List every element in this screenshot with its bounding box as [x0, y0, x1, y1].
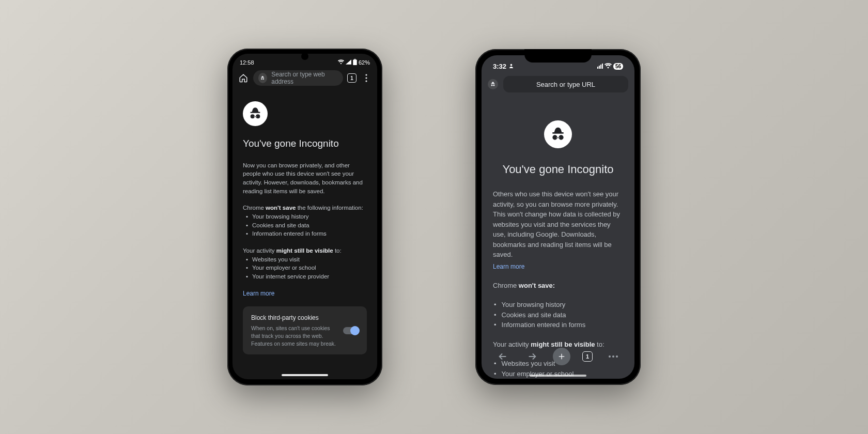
omnibox[interactable]: Search or type web address	[253, 70, 343, 86]
list-item: Information entered in forms	[245, 229, 367, 238]
status-right: 62%	[338, 59, 370, 66]
android-toolbar: Search or type web address 1	[233, 68, 377, 90]
tab-count: 1	[586, 353, 589, 360]
overflow-menu-button[interactable]	[361, 72, 372, 84]
home-indicator[interactable]	[530, 375, 586, 377]
omnibox-placeholder: Search or type web address	[271, 71, 338, 85]
forward-button[interactable]	[523, 348, 541, 365]
notch	[524, 49, 592, 63]
cookie-toggle[interactable]	[343, 327, 359, 334]
svg-point-4	[365, 80, 367, 82]
wont-save-section: Chrome won't save the following informat…	[243, 204, 367, 238]
list-item: Information entered in forms	[493, 320, 623, 330]
list-item: Your browsing history	[493, 300, 623, 310]
tab-count: 1	[350, 75, 353, 81]
ios-bottombar: 1	[482, 344, 634, 373]
battery-pill: 56	[613, 63, 623, 70]
status-time: 12:58	[240, 59, 254, 66]
status-time: 3:32	[493, 63, 506, 70]
list-item: Your browsing history	[245, 212, 367, 221]
list-item: Cookies and site data	[493, 310, 623, 320]
learn-more-link[interactable]: Learn more	[243, 290, 274, 297]
overflow-menu-button[interactable]	[605, 348, 622, 365]
svg-point-5	[510, 64, 513, 66]
profile-icon	[508, 63, 514, 70]
list-item: Websites you visit	[245, 255, 367, 264]
ios-content: You've gone Incognito Others who use thi…	[482, 98, 634, 379]
incognito-icon	[258, 73, 267, 83]
page-title: You've gone Incognito	[502, 161, 613, 178]
list-item: Your internet service provider	[245, 272, 367, 281]
svg-point-2	[365, 74, 367, 75]
incognito-hero-icon	[243, 101, 268, 126]
android-phone: 12:58 62% Sea	[227, 49, 382, 385]
battery-icon	[353, 59, 357, 66]
wifi-icon	[338, 59, 344, 66]
might-visible-list: Websites you visit Your employer or scho…	[243, 255, 367, 281]
wont-save-list: Your browsing history Cookies and site d…	[243, 212, 367, 238]
signal-icon	[346, 59, 351, 66]
wifi-icon	[605, 63, 612, 70]
cookie-title: Block third-party cookies	[251, 314, 337, 322]
wont-save-section: Chrome won't save:	[493, 281, 623, 291]
intro-text: Now you can browse privately, and other …	[243, 161, 367, 196]
battery-pct: 62%	[359, 59, 370, 66]
android-content: You've gone Incognito Now you can browse…	[233, 90, 377, 363]
tab-switcher[interactable]: 1	[347, 73, 357, 83]
camera-punch	[301, 53, 308, 60]
list-item: Cookies and site data	[245, 221, 367, 230]
list-item: Your employer or school	[245, 264, 367, 272]
learn-more-link[interactable]: Learn more	[493, 262, 623, 271]
ios-screen: 3:32 56 Search or type URL	[482, 55, 634, 379]
ios-phone: 3:32 56 Search or type URL	[475, 49, 641, 385]
home-indicator[interactable]	[282, 374, 328, 376]
cookie-card: Block third-party cookies When on, sites…	[243, 306, 367, 354]
back-button[interactable]	[494, 348, 512, 365]
incognito-icon[interactable]	[488, 79, 498, 89]
cellular-icon	[597, 64, 603, 69]
omnibox[interactable]: Search or type URL	[503, 76, 628, 92]
new-tab-button[interactable]	[553, 348, 570, 365]
ios-toolbar: Search or type URL	[482, 74, 634, 98]
might-visible-section: Your activity might still be visible to:…	[243, 246, 367, 281]
page-title: You've gone Incognito	[243, 136, 367, 151]
tab-switcher[interactable]: 1	[582, 351, 593, 362]
svg-point-3	[365, 77, 367, 79]
android-screen: 12:58 62% Sea	[233, 54, 377, 379]
svg-rect-1	[353, 60, 357, 66]
intro-text: Others who use this device won't see you…	[493, 190, 620, 258]
omnibox-placeholder: Search or type URL	[536, 81, 595, 88]
home-button[interactable]	[238, 72, 249, 84]
wont-save-list: Your browsing history Cookies and site d…	[493, 300, 623, 330]
cookie-desc: When on, sites can't use cookies that tr…	[251, 324, 337, 347]
incognito-hero-icon	[544, 120, 572, 148]
svg-rect-0	[354, 59, 355, 60]
intro-block: Others who use this device won't see you…	[493, 189, 623, 271]
